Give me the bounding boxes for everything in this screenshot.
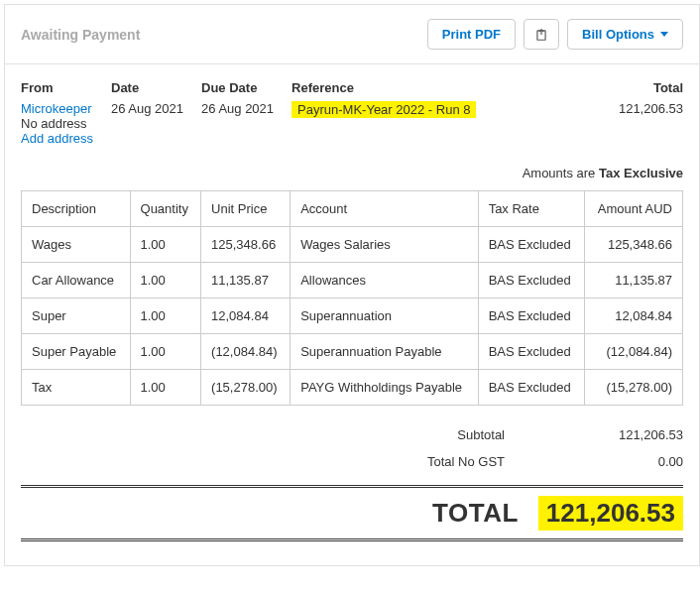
cell-quantity: 1.00 bbox=[130, 370, 201, 406]
col-amount: Amount AUD bbox=[584, 191, 682, 227]
cell-quantity: 1.00 bbox=[130, 334, 201, 370]
tax-note: Amounts are Tax Exclusive bbox=[5, 162, 699, 190]
cell-amount: (12,084.84) bbox=[584, 334, 682, 370]
cell-amount: 12,084.84 bbox=[584, 298, 682, 334]
cell-unit_price: 11,135.87 bbox=[201, 263, 291, 298]
cell-unit_price: (12,084.84) bbox=[201, 334, 291, 370]
table-row: Wages1.00125,348.66Wages SalariesBAS Exc… bbox=[22, 227, 683, 263]
line-items-table: Description Quantity Unit Price Account … bbox=[21, 190, 683, 406]
reference-label: Reference bbox=[292, 80, 476, 95]
bill-options-label: Bill Options bbox=[582, 27, 654, 42]
cell-amount: 11,135.87 bbox=[584, 263, 682, 298]
bill-options-button[interactable]: Bill Options bbox=[567, 19, 683, 50]
subtotal-label: Subtotal bbox=[346, 427, 505, 442]
table-row: Super1.0012,084.84SuperannuationBAS Excl… bbox=[22, 298, 683, 334]
total-label: Total bbox=[619, 80, 683, 95]
cell-quantity: 1.00 bbox=[130, 263, 201, 298]
share-icon bbox=[534, 28, 548, 42]
due-value: 26 Aug 2021 bbox=[201, 101, 274, 116]
col-account: Account bbox=[291, 191, 478, 227]
grand-total-value: 121,206.53 bbox=[538, 496, 683, 531]
meta-date: Date 26 Aug 2021 bbox=[111, 80, 183, 146]
cell-unit_price: (15,278.00) bbox=[201, 370, 291, 406]
meta-reference: Reference Payrun-MK-Year 2022 - Run 8 bbox=[292, 80, 476, 146]
cell-account: PAYG Withholdings Payable bbox=[291, 370, 478, 406]
date-label: Date bbox=[111, 80, 183, 95]
header-bar: Awaiting Payment Print PDF Bill Options bbox=[5, 5, 699, 64]
contact-link[interactable]: Microkeeper bbox=[21, 101, 93, 116]
table-row: Tax1.00(15,278.00)PAYG Withholdings Paya… bbox=[22, 370, 683, 406]
cell-amount: (15,278.00) bbox=[584, 370, 682, 406]
table-header-row: Description Quantity Unit Price Account … bbox=[22, 191, 683, 227]
bill-meta: From Microkeeper No address Add address … bbox=[5, 64, 699, 162]
due-label: Due Date bbox=[201, 80, 274, 95]
cell-description: Tax bbox=[22, 370, 131, 406]
meta-due: Due Date 26 Aug 2021 bbox=[201, 80, 274, 146]
totals-section: Subtotal 121,206.53 Total No GST 0.00 TO… bbox=[5, 406, 699, 565]
col-description: Description bbox=[22, 191, 131, 227]
meta-from: From Microkeeper No address Add address bbox=[21, 80, 93, 146]
total-value: 121,206.53 bbox=[619, 101, 683, 116]
table-row: Car Allowance1.0011,135.87AllowancesBAS … bbox=[22, 263, 683, 298]
nogst-value: 0.00 bbox=[544, 454, 683, 469]
col-quantity: Quantity bbox=[130, 191, 201, 227]
share-button[interactable] bbox=[524, 19, 559, 50]
cell-description: Super bbox=[22, 298, 131, 334]
col-unit-price: Unit Price bbox=[201, 191, 291, 227]
grand-total-label: TOTAL bbox=[432, 498, 519, 529]
cell-tax_rate: BAS Excluded bbox=[478, 370, 584, 406]
tax-note-mode: Tax Exclusive bbox=[599, 166, 683, 180]
table-row: Super Payable1.00(12,084.84)Superannuati… bbox=[22, 334, 683, 370]
from-label: From bbox=[21, 80, 93, 95]
cell-description: Wages bbox=[22, 227, 131, 263]
caret-down-icon bbox=[660, 32, 668, 37]
cell-description: Super Payable bbox=[22, 334, 131, 370]
subtotal-row: Subtotal 121,206.53 bbox=[21, 421, 683, 448]
print-pdf-label: Print PDF bbox=[442, 27, 501, 42]
meta-total: Total 121,206.53 bbox=[619, 80, 683, 146]
cell-quantity: 1.00 bbox=[130, 298, 201, 334]
subtotal-value: 121,206.53 bbox=[544, 427, 683, 442]
cell-account: Superannuation Payable bbox=[291, 334, 478, 370]
cell-tax_rate: BAS Excluded bbox=[478, 298, 584, 334]
add-address-link[interactable]: Add address bbox=[21, 131, 93, 146]
cell-tax_rate: BAS Excluded bbox=[478, 227, 584, 263]
from-address: No address bbox=[21, 116, 93, 131]
bill-panel: Awaiting Payment Print PDF Bill Options … bbox=[4, 4, 700, 566]
grand-total-row: TOTAL 121,206.53 bbox=[21, 485, 683, 541]
cell-tax_rate: BAS Excluded bbox=[478, 263, 584, 298]
col-tax-rate: Tax Rate bbox=[478, 191, 584, 227]
nogst-row: Total No GST 0.00 bbox=[21, 448, 683, 475]
reference-value: Payrun-MK-Year 2022 - Run 8 bbox=[292, 101, 476, 118]
cell-unit_price: 12,084.84 bbox=[201, 298, 291, 334]
cell-tax_rate: BAS Excluded bbox=[478, 334, 584, 370]
cell-quantity: 1.00 bbox=[130, 227, 201, 263]
cell-account: Wages Salaries bbox=[291, 227, 478, 263]
cell-account: Superannuation bbox=[291, 298, 478, 334]
date-value: 26 Aug 2021 bbox=[111, 101, 183, 116]
cell-unit_price: 125,348.66 bbox=[201, 227, 291, 263]
print-pdf-button[interactable]: Print PDF bbox=[427, 19, 516, 50]
cell-amount: 125,348.66 bbox=[584, 227, 682, 263]
tax-note-prefix: Amounts are bbox=[523, 166, 599, 180]
cell-account: Allowances bbox=[291, 263, 478, 298]
cell-description: Car Allowance bbox=[22, 263, 131, 298]
header-actions: Print PDF Bill Options bbox=[427, 19, 683, 50]
nogst-label: Total No GST bbox=[346, 454, 505, 469]
line-items-wrap: Description Quantity Unit Price Account … bbox=[5, 190, 699, 406]
status-label: Awaiting Payment bbox=[21, 27, 140, 43]
